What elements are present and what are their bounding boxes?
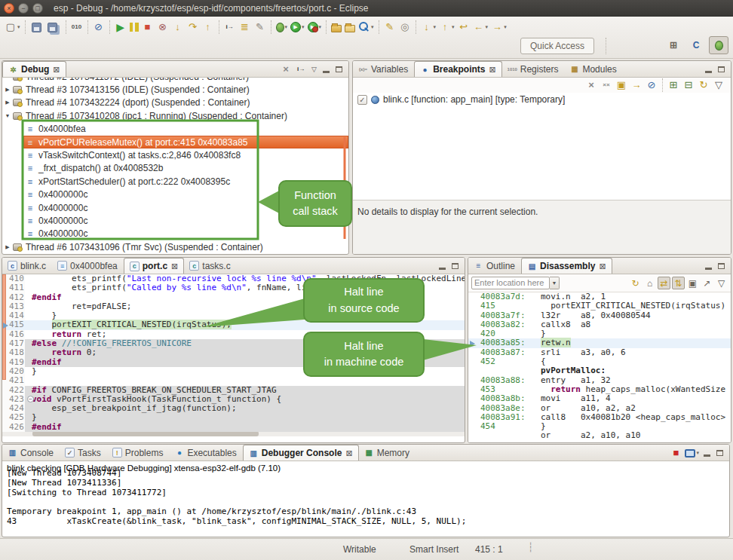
search-icon[interactable] [358, 21, 370, 33]
expander-icon[interactable]: ▶ [2, 99, 13, 106]
scrollbar-thumb[interactable] [32, 431, 259, 436]
close-tab-icon[interactable]: ⊠ [345, 448, 352, 458]
window-minimize-button[interactable]: − [18, 3, 29, 14]
step-over-icon[interactable]: ↷ [187, 21, 199, 33]
open-perspective-button[interactable]: ⊞ [664, 36, 683, 54]
minimize-view-icon[interactable] [705, 268, 712, 270]
debug-perspective-button[interactable] [709, 36, 728, 54]
binary-view-icon[interactable]: 010 [71, 21, 83, 33]
tab-registers[interactable]: 1010Registers [502, 61, 565, 77]
close-tab-icon[interactable]: ⊠ [171, 262, 178, 271]
tab-breakpoints[interactable]: ●Breakpoints⊠ [414, 61, 502, 77]
view-menu-icon[interactable]: ▽ [715, 277, 728, 289]
tab-executables[interactable]: ●Executables [169, 445, 242, 461]
open-console-dropdown-icon[interactable]: ▾ [696, 450, 699, 456]
forward-icon[interactable]: → [491, 21, 503, 33]
location-dropdown-icon[interactable]: ▼ [550, 277, 560, 289]
disassembly-view[interactable]: 40083a7d:movi.n a2, 1415 portEXIT_CRITIC… [468, 292, 731, 442]
maximize-view-icon[interactable] [336, 66, 342, 72]
home-icon[interactable]: ⌂ [643, 277, 656, 289]
location-input[interactable]: Enter location here [471, 277, 550, 289]
save-icon[interactable] [32, 23, 41, 32]
skip-all-breakpoints-icon[interactable]: ⊘ [93, 21, 105, 33]
tab-problems[interactable]: !Problems [107, 445, 170, 461]
tab-0x4000bfea[interactable]: ≡0x4000bfea [52, 258, 124, 274]
line-number[interactable]: 425 [2, 413, 25, 422]
maximize-view-icon[interactable] [716, 450, 723, 456]
run-icon[interactable] [290, 22, 301, 32]
tab-tasks-c[interactable]: ctasks.c [184, 258, 236, 274]
step-into-icon[interactable]: ↓ [172, 21, 184, 33]
sync-with-stack-icon[interactable]: ⇄ [658, 277, 670, 289]
back-icon[interactable]: ← [473, 21, 485, 33]
code-text[interactable]: esp_set_breakpoint_if_jtag(function); [25, 404, 465, 413]
maximize-view-icon[interactable] [452, 263, 459, 269]
breakpoint-row[interactable]: ✓ blink.c [function: app_main] [type: Te… [353, 93, 731, 106]
code-text[interactable]: #endif [25, 423, 465, 432]
cpp-perspective-button[interactable]: C [686, 36, 706, 54]
show-annotations-icon[interactable]: ◎ [399, 21, 411, 33]
mark-occurrences-icon[interactable]: ✎ [384, 21, 396, 33]
edit-step-filters-icon[interactable]: ✎ [254, 21, 266, 33]
stack-frame-row[interactable]: ≡0x4000000c [2, 228, 348, 240]
stack-frame-row[interactable]: ≡_frxt_dispatch() at 0x4008532b [2, 162, 348, 175]
window-maximize-button[interactable]: □ [32, 3, 43, 14]
previous-annotation-dropdown-icon[interactable]: ▾ [452, 24, 455, 30]
step-return-icon[interactable]: ↑ [202, 21, 214, 33]
run-dropdown-icon[interactable]: ▾ [302, 24, 305, 30]
last-edit-location-icon[interactable]: ↩ [458, 21, 470, 33]
save-all-icon[interactable] [48, 23, 57, 32]
close-tab-icon[interactable]: ⊠ [489, 65, 496, 75]
tab-outline[interactable]: ≡Outline [468, 258, 521, 274]
remove-all-breakpoints-icon[interactable]: ×× [600, 79, 612, 91]
tab-variables[interactable]: (x)=Variables [353, 61, 414, 77]
instruction-stepping-icon[interactable]: i→ [295, 63, 307, 75]
stack-frame-row[interactable]: ≡vPortCPUReleaseMutex() at port.c:415 0x… [2, 136, 348, 148]
maximize-view-icon[interactable] [718, 263, 725, 269]
debug-tree-row[interactable]: ▶Thread #3 1073413156 (IDLE) (Suspended … [2, 83, 348, 96]
refresh-icon[interactable]: ↻ [629, 277, 642, 289]
collapse-all-icon[interactable]: ⊟ [682, 79, 695, 91]
new-wizard-icon[interactable]: ▢ [5, 21, 17, 33]
tab-modules[interactable]: ▦Modules [564, 61, 622, 77]
filter-breakpoints-icon[interactable]: ▣ [615, 79, 627, 91]
minimize-view-icon[interactable] [439, 268, 446, 270]
use-step-filters-icon[interactable]: ≣ [239, 21, 251, 33]
debug-tree-row[interactable]: Thread #2 1073411572 (IDLE) (Suspended :… [2, 78, 348, 83]
window-close-button[interactable]: × [4, 3, 14, 14]
open-new-view-icon[interactable]: ↗ [701, 277, 713, 289]
close-tab-icon[interactable]: ⊠ [53, 65, 60, 75]
next-annotation-dropdown-icon[interactable]: ▾ [434, 24, 437, 30]
open-console-icon[interactable] [685, 449, 695, 457]
remove-all-terminated-icon[interactable]: × [280, 63, 292, 75]
line-number[interactable]: 426 [2, 423, 25, 432]
expander-icon[interactable]: ▼ [2, 113, 13, 118]
open-type-icon[interactable] [331, 25, 342, 32]
debug-dropdown-icon[interactable]: ▾ [285, 24, 288, 30]
minimize-view-icon[interactable] [323, 71, 330, 73]
debug-tree-row[interactable]: ▶Thread #4 1073432224 (dport) (Suspended… [2, 96, 348, 109]
tab-blink-c[interactable]: cblink.c [2, 258, 52, 274]
tab-tasks[interactable]: ✓Tasks [60, 445, 107, 461]
track-location-icon[interactable]: ⇅ [672, 277, 685, 289]
close-tab-icon[interactable]: ⊠ [599, 262, 606, 271]
open-resource-icon[interactable] [345, 25, 355, 32]
maximize-view-icon[interactable] [718, 66, 725, 72]
next-annotation-icon[interactable]: ↓ [421, 21, 433, 33]
sash-handle[interactable]: ┆ [528, 542, 532, 552]
terminate-icon[interactable]: ■ [670, 447, 682, 459]
goto-breakpoint-file-icon[interactable]: → [630, 79, 643, 91]
minimize-view-icon[interactable] [704, 454, 710, 457]
skip-all-breakpoints-icon[interactable]: ⊘ [646, 79, 658, 91]
tab-disassembly[interactable]: ▤Disassembly⊠ [521, 258, 612, 274]
stack-frame-row[interactable]: ≡vTaskSwitchContext() at tasks.c:2,846 0… [2, 148, 348, 161]
expander-icon[interactable]: ▶ [2, 244, 13, 250]
tab-debugger-console[interactable]: ▥Debugger Console⊠ [243, 445, 359, 461]
expander-icon[interactable]: ▶ [2, 87, 13, 93]
debug-tree-row[interactable]: ▼Thread #5 1073410208 (ipc1 : Running) (… [2, 109, 348, 122]
link-with-debug-icon[interactable]: ↻ [698, 79, 710, 91]
expand-all-icon[interactable]: ⊞ [667, 79, 679, 91]
disconnect-icon[interactable]: ⊗ [157, 21, 169, 33]
line-number[interactable]: 422 [2, 386, 25, 395]
new-wizard-dropdown-icon[interactable]: ▾ [17, 24, 20, 30]
